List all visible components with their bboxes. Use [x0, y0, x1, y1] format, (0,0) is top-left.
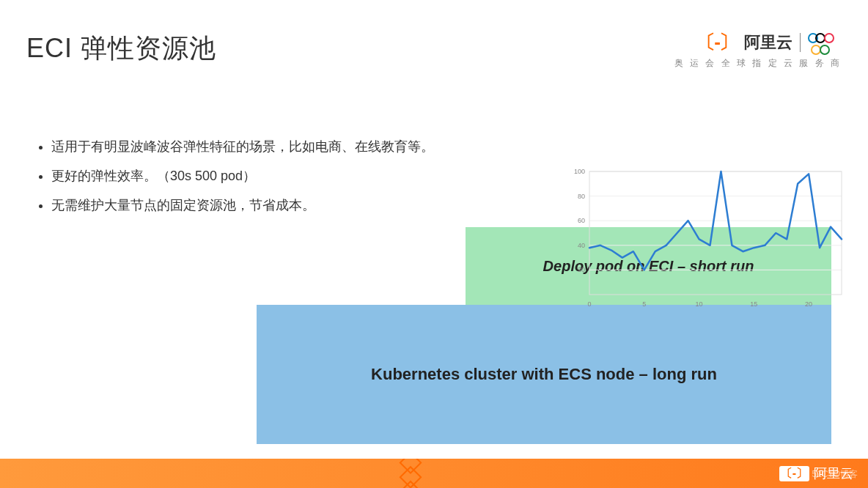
svg-text:20: 20	[805, 300, 812, 308]
bullet-list: 适用于有明显波峰波谷弹性特征的场景，比如电商、在线教育等。 更好的弹性效率。（3…	[51, 133, 434, 221]
svg-text:0: 0	[587, 300, 591, 308]
svg-text:15: 15	[750, 300, 757, 308]
svg-text:100: 100	[574, 168, 585, 175]
olympic-rings-icon	[808, 33, 842, 52]
svg-rect-15	[589, 171, 842, 295]
brand-icon: 〔-〕	[696, 29, 737, 55]
blue-band-label: Kubernetes cluster with ECS node – long …	[371, 365, 717, 384]
svg-text:20: 20	[578, 266, 585, 273]
svg-text:40: 40	[578, 242, 585, 249]
list-item: 更好的弹性效率。（30s 500 pod）	[51, 163, 434, 189]
svg-text:10: 10	[696, 300, 703, 308]
slide: ECI 弹性资源池 〔-〕 阿里云 奥 运 会 全 球 指 定 云 服 务 商 …	[0, 0, 868, 488]
brand-divider	[800, 33, 801, 52]
svg-text:80: 80	[578, 193, 585, 200]
svg-text:60: 60	[578, 217, 585, 224]
footer-brand: 〔-〕 阿里云	[779, 465, 853, 482]
footer-brand-name: 阿里云	[814, 465, 853, 482]
line-chart: 2040608010005101520	[569, 166, 847, 312]
footer-bar: 〔-〕 阿里云 51CTO博客	[0, 459, 868, 488]
svg-text:5: 5	[642, 300, 646, 308]
list-item: 无需维护大量节点的固定资源池，节省成本。	[51, 192, 434, 218]
page-title: ECI 弹性资源池	[26, 31, 216, 67]
blue-band: Kubernetes cluster with ECS node – long …	[257, 305, 831, 444]
brand-subtitle: 奥 运 会 全 球 指 定 云 服 务 商	[674, 57, 842, 70]
footer-brand-icon: 〔-〕	[779, 466, 809, 481]
brand-name: 阿里云	[744, 32, 792, 53]
list-item: 适用于有明显波峰波谷弹性特征的场景，比如电商、在线教育等。	[51, 133, 434, 160]
brand-block: 〔-〕 阿里云	[696, 29, 842, 55]
